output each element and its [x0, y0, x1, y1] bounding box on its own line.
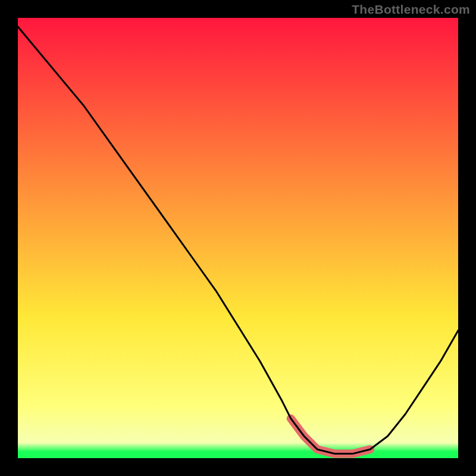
chart-frame: TheBottleneck.com	[0, 0, 476, 476]
plot-area	[18, 18, 458, 458]
gradient-background	[18, 18, 458, 458]
bottleneck-chart	[18, 18, 458, 458]
watermark-text: TheBottleneck.com	[352, 2, 470, 17]
